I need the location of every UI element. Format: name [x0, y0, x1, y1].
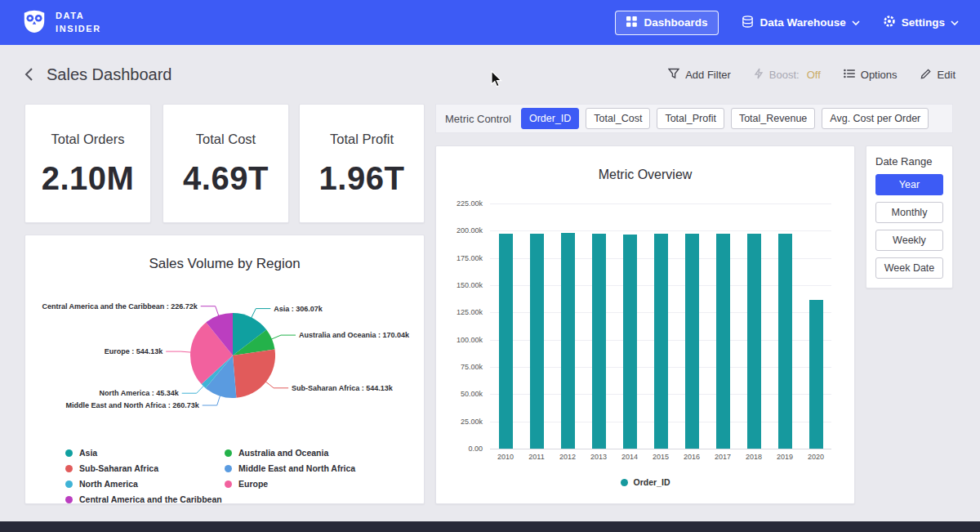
- bar-2017[interactable]: [716, 234, 730, 449]
- y-tick-label: 125.00k: [457, 308, 483, 316]
- pie-label-north-america: North America : 45.34k: [99, 389, 179, 397]
- bar-2013[interactable]: [592, 234, 606, 449]
- gear-icon: [883, 15, 896, 30]
- y-tick-label: 200.00k: [457, 226, 483, 235]
- bar-2010[interactable]: [499, 234, 513, 449]
- edit-label: Edit: [938, 69, 956, 81]
- pie-label-connector: [251, 309, 270, 320]
- data-warehouse-menu[interactable]: Data Warehouse: [742, 16, 859, 30]
- app-logo[interactable]: DATA INSIDER: [21, 8, 101, 38]
- pie-legend-item-central-america-and-the-caribbean[interactable]: Central America and the Caribbean: [65, 494, 225, 504]
- pie-slice-sub-saharan-africa[interactable]: [233, 350, 275, 398]
- y-tick-label: 225.00k: [457, 199, 483, 208]
- page-title: Sales Dashboard: [47, 65, 172, 84]
- grid-icon: [626, 16, 637, 29]
- pie-legend-item-europe[interactable]: Europe: [225, 479, 384, 489]
- legend-dot: [65, 449, 73, 457]
- dashboards-button[interactable]: Dashboards: [615, 11, 719, 35]
- metric-option-avg-cost-per-order[interactable]: Avg. Cost per Order: [822, 108, 929, 129]
- metric-buttons-group: Order_IDTotal_CostTotal_ProfitTotal_Reve…: [521, 108, 929, 129]
- back-button[interactable]: [24, 67, 33, 82]
- edit-button[interactable]: Edit: [920, 68, 956, 82]
- legend-dot: [225, 481, 232, 488]
- bar-2018[interactable]: [747, 234, 761, 449]
- metric-option-total-revenue[interactable]: Total_Revenue: [731, 108, 815, 129]
- sales-volume-pie-chart: Asia : 306.07kAustralia and Oceania : 17…: [33, 275, 417, 443]
- x-tick-label: 2012: [552, 453, 583, 461]
- kpi-value: 4.69T: [163, 160, 288, 197]
- boost-value: Off: [807, 69, 821, 81]
- add-filter-label: Add Filter: [685, 69, 731, 81]
- y-tick-label: 75.00k: [461, 363, 483, 371]
- date-range-title: Date Range: [875, 155, 943, 168]
- settings-label: Settings: [902, 16, 945, 29]
- bar-2014[interactable]: [623, 235, 637, 449]
- metric-overview-bar-chart: 0.0025.00k50.00k75.00k100.00k125.00k150.…: [448, 203, 843, 449]
- metric-option-order-id[interactable]: Order_ID: [521, 108, 579, 129]
- y-tick-label: 25.00k: [461, 418, 483, 426]
- y-tick-label: 50.00k: [461, 390, 483, 398]
- date-range-week-date[interactable]: Week Date: [875, 257, 943, 279]
- pie-legend-item-middle-east-and-north-africa[interactable]: Middle East and North Africa: [225, 463, 384, 473]
- x-tick-label: 2017: [707, 453, 738, 461]
- legend-dot: [65, 481, 73, 488]
- bar-2015[interactable]: [654, 234, 668, 449]
- chevron-down-icon: [951, 16, 959, 29]
- bar-chart-legend: Order_ID: [448, 477, 843, 487]
- boost-label: Boost:: [769, 69, 800, 81]
- kpi-card-total-cost: Total Cost 4.69T: [163, 104, 289, 223]
- chevron-down-icon: [852, 16, 860, 29]
- options-button[interactable]: Options: [844, 69, 898, 81]
- boost-toggle[interactable]: Boost: Off: [754, 68, 821, 82]
- pie-legend-item-australia-and-oceania[interactable]: Australia and Oceania: [225, 448, 384, 458]
- legend-label: Europe: [238, 479, 268, 489]
- pie-legend-item-asia[interactable]: Asia: [65, 448, 225, 458]
- pie-legend-item-north-america[interactable]: North America: [65, 479, 225, 489]
- bar-chart-plot-area: [490, 203, 831, 449]
- legend-label: Sub-Saharan Africa: [79, 463, 158, 473]
- date-range-year[interactable]: Year: [875, 174, 943, 195]
- date-range-buttons-group: YearMonthlyWeeklyWeek Date: [875, 174, 943, 279]
- pie-label-connector: [182, 385, 205, 393]
- legend-label: Order_ID: [634, 477, 670, 487]
- metric-option-total-profit[interactable]: Total_Profit: [657, 108, 724, 129]
- metric-control-bar: Metric Control Order_IDTotal_CostTotal_P…: [435, 104, 953, 133]
- bar-2012[interactable]: [561, 233, 575, 449]
- kpi-label: Total Orders: [25, 132, 150, 147]
- data-warehouse-label: Data Warehouse: [760, 16, 845, 29]
- pie-legend-item-sub-saharan-africa[interactable]: Sub-Saharan Africa: [65, 463, 225, 473]
- options-label: Options: [861, 69, 898, 81]
- legend-dot: [621, 479, 628, 486]
- legend-dot: [225, 449, 232, 457]
- metric-option-total-cost[interactable]: Total_Cost: [586, 108, 650, 129]
- x-tick-label: 2015: [645, 453, 676, 461]
- page-header: Sales Dashboard Add Filter Boost: Off: [0, 57, 980, 92]
- kpi-card-total-orders: Total Orders 2.10M: [24, 104, 151, 223]
- footer-strip: [0, 521, 980, 532]
- add-filter-button[interactable]: Add Filter: [668, 68, 731, 82]
- sales-volume-card: Sales Volume by Region Asia : 306.07kAus…: [24, 235, 425, 504]
- bar-2019[interactable]: [778, 234, 792, 449]
- pie-label-connector: [201, 306, 220, 317]
- bar-2011[interactable]: [530, 234, 544, 449]
- legend-label: Middle East and North Africa: [238, 463, 355, 473]
- legend-dot: [225, 465, 232, 472]
- metric-control-label: Metric Control: [445, 113, 511, 125]
- legend-label: Central America and the Caribbean: [79, 494, 222, 504]
- gridline: [490, 449, 831, 449]
- legend-dot: [65, 496, 73, 503]
- pie-label-connector: [270, 335, 296, 340]
- bar-2016[interactable]: [685, 234, 699, 449]
- dashboards-label: Dashboards: [644, 16, 707, 29]
- navbar: DATA INSIDER Dashboards: [0, 0, 980, 45]
- date-range-weekly[interactable]: Weekly: [875, 230, 943, 251]
- kpi-card-total-profit: Total Profit 1.96T: [299, 104, 425, 223]
- settings-menu[interactable]: Settings: [883, 15, 959, 30]
- bar-2020[interactable]: [809, 300, 823, 449]
- date-range-monthly[interactable]: Monthly: [875, 202, 943, 223]
- y-tick-label: 0.00: [468, 445, 483, 453]
- x-tick-label: 2020: [800, 453, 831, 461]
- kpi-label: Total Cost: [163, 132, 288, 147]
- pie-chart-legend: AsiaAustralia and OceaniaSub-Saharan Afr…: [33, 448, 416, 504]
- x-tick-label: 2016: [676, 453, 707, 461]
